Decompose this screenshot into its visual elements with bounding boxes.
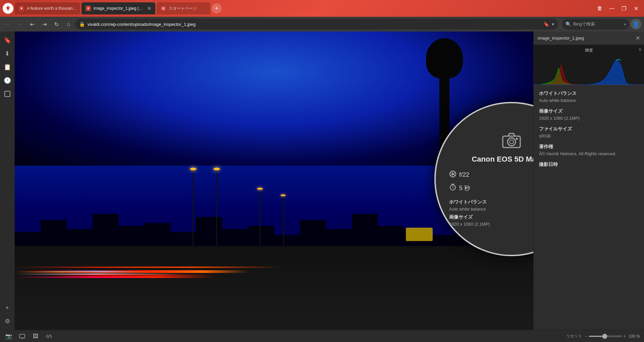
url-dropdown-icon[interactable]: ▾ xyxy=(552,21,554,27)
street-pole-1 xyxy=(193,169,194,263)
street-pole-1b xyxy=(216,169,217,263)
section-copyright: 著作権 Â© Henrik Helmers, All Rights reserv… xyxy=(539,144,639,156)
street-light-1 xyxy=(190,168,197,170)
svg-point-4 xyxy=(507,138,516,146)
maximize-button[interactable]: ❐ xyxy=(619,3,629,14)
add-panel-button[interactable]: + xyxy=(1,302,13,314)
url-bar-right: 🔖 ▾ xyxy=(543,21,554,27)
nav-bar: ← → ⇤ ⇥ ↻ ⌂ 🔒 vivaldi.com/wp-content/upl… xyxy=(0,17,644,32)
histogram-label: 輝度 xyxy=(585,48,593,53)
image-size-section: 画像サイズ 1920 x 1080 (2.1MP) xyxy=(449,214,533,227)
settings-button[interactable]: ⚙ xyxy=(1,315,13,327)
svg-rect-2 xyxy=(5,91,10,97)
url-bar[interactable]: 🔒 vivaldi.com/wp-content/uploads/image_i… xyxy=(75,19,558,30)
tab-2-favicon xyxy=(86,6,91,11)
street-light-3 xyxy=(280,194,286,196)
main-area: 🔖 ⬇ 📋 🕐 + ⚙ xyxy=(0,32,644,330)
bottom-code-button[interactable] xyxy=(44,332,54,341)
copyright-detail: Â© Henrik Helmers, All Rights reserved xyxy=(539,151,639,156)
bottom-display-button[interactable] xyxy=(17,332,27,341)
sidebar-item-bookmarks[interactable]: 🔖 xyxy=(1,34,13,46)
inspector-header: image_inspector_1.jpeg ✕ xyxy=(534,32,644,45)
white-balance-detail: Auto white balance xyxy=(539,98,639,103)
street-pole-2 xyxy=(260,189,261,263)
camera-model: Canon EOS 5D Mark III xyxy=(472,155,533,164)
exif-row-1: f/22 ISO 50 xyxy=(449,170,533,179)
zoom-controls: リセット − + 100 % xyxy=(566,333,640,339)
section-image-size: 画像サイズ 1920 x 1080 (2.1MP) xyxy=(539,108,639,121)
browser-frame: A feature worth a thousan... image_inspe… xyxy=(0,0,644,342)
section-white-balance: ホワイトバランス Auto white balance xyxy=(539,91,639,103)
section-date-taken: 撮影日時 xyxy=(539,162,639,168)
svg-rect-11 xyxy=(19,334,25,338)
tab-2[interactable]: image_inspector_1.jpeg (19... ✕ xyxy=(82,2,155,14)
bottom-camera-button[interactable]: 📷 xyxy=(4,332,13,341)
home-button[interactable]: ⌂ xyxy=(63,19,74,30)
tab-3-title: スタートページ xyxy=(169,6,206,11)
vivaldi-logo[interactable] xyxy=(3,3,13,14)
sidebar-item-notes[interactable]: 📋 xyxy=(1,61,13,73)
search-dropdown-icon[interactable]: ▾ xyxy=(624,22,626,26)
last-button[interactable]: ⇥ xyxy=(39,19,50,30)
first-button[interactable]: ⇤ xyxy=(27,19,38,30)
histogram-svg xyxy=(534,58,644,85)
white-balance-title: ホワイトバランス xyxy=(449,199,533,205)
zoom-plus-icon[interactable]: + xyxy=(624,334,626,339)
zoom-slider[interactable] xyxy=(589,336,622,337)
white-balance-heading: ホワイトバランス xyxy=(539,91,639,97)
tab-1-favicon xyxy=(19,6,24,11)
white-balance-value: Auto white balance xyxy=(449,207,533,212)
sidebar-item-capture[interactable] xyxy=(1,88,13,100)
histogram-area: 輝度 B xyxy=(534,45,644,85)
date-taken-heading: 撮影日時 xyxy=(539,162,639,168)
minimize-button[interactable]: — xyxy=(606,3,617,14)
inspector-content: ホワイトバランス Auto white balance 画像サイズ 1920 x… xyxy=(534,85,644,330)
back-button[interactable]: ← xyxy=(3,19,13,30)
tab-1-title: A feature worth a thousan... xyxy=(27,6,76,11)
camera-icon-large xyxy=(501,131,522,152)
close-button[interactable]: ✕ xyxy=(631,3,641,14)
delete-button[interactable]: 🗑 xyxy=(594,3,605,14)
inspector-panel: image_inspector_1.jpeg ✕ xyxy=(533,32,644,330)
forward-button[interactable]: → xyxy=(15,19,25,30)
light-trail-red-3 xyxy=(15,267,283,268)
light-trail-red-4 xyxy=(48,274,216,276)
tab-3[interactable]: ⊞ スタートページ xyxy=(157,2,210,14)
image-area: Canon EOS 5D Mark III f/22 xyxy=(15,32,533,330)
inspector-close-button[interactable]: ✕ xyxy=(636,35,640,41)
zoom-minus-icon[interactable]: − xyxy=(585,334,587,339)
svg-point-6 xyxy=(516,138,518,140)
search-input[interactable]: Bingで検索 xyxy=(573,21,622,27)
white-balance-section: ホワイトバランス Auto white balance xyxy=(449,199,533,212)
aperture-value: f/22 xyxy=(459,171,469,178)
search-bar[interactable]: 🔍 Bingで検索 ▾ xyxy=(562,19,629,30)
tab-2-close[interactable]: ✕ xyxy=(147,6,151,11)
url-text: vivaldi.com/wp-content/uploads/image_ins… xyxy=(88,22,541,27)
road xyxy=(15,246,533,330)
exif-row-2: 5 秒 58 mm xyxy=(449,183,533,192)
image-size-title: 画像サイズ xyxy=(449,214,533,220)
profile-button[interactable]: 👤 xyxy=(631,19,641,30)
file-size-heading: ファイルサイズ xyxy=(539,126,639,132)
tab-2-title: image_inspector_1.jpeg (19... xyxy=(94,6,145,11)
search-icon: 🔍 xyxy=(566,21,571,27)
reload-button[interactable]: ↻ xyxy=(51,19,62,30)
exposure-item: 5 秒 xyxy=(449,183,470,192)
add-tab-button[interactable]: + xyxy=(212,3,222,13)
aperture-item: f/22 xyxy=(449,170,469,179)
section-file-size: ファイルサイズ sRGB xyxy=(539,126,639,138)
street-light-2 xyxy=(257,188,263,190)
light-trail-red-2 xyxy=(15,276,216,278)
window-controls: 🗑 — ❐ ✕ xyxy=(594,3,641,14)
bottom-bar: 📷 🖼 リセット − + 100 % xyxy=(0,330,644,342)
street-pole-3 xyxy=(283,196,284,263)
inspector-title: image_inspector_1.jpeg xyxy=(538,36,636,41)
sidebar-item-history[interactable]: 🕐 xyxy=(1,74,13,87)
sidebar-item-downloads[interactable]: ⬇ xyxy=(1,48,13,60)
reset-zoom-label[interactable]: リセット xyxy=(566,333,582,339)
tab-3-favicon: ⊞ xyxy=(161,6,166,11)
file-size-detail: sRGB xyxy=(539,133,639,138)
bookmark-icon[interactable]: 🔖 xyxy=(543,21,549,27)
bottom-image-button[interactable]: 🖼 xyxy=(31,332,40,341)
tab-1[interactable]: A feature worth a thousan... xyxy=(15,2,80,14)
